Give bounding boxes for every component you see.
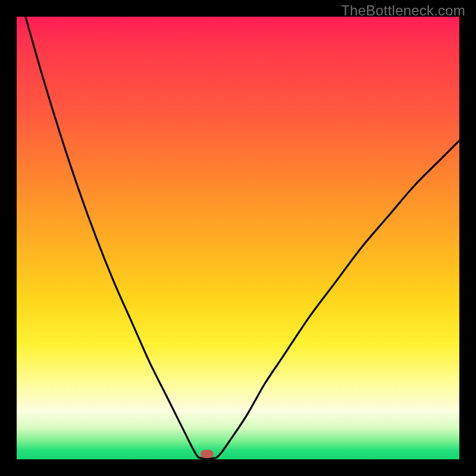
left-branch-path — [26, 17, 201, 458]
curve-layer — [17, 17, 459, 459]
watermark-text: TheBottleneck.com — [341, 2, 465, 19]
plot-area — [17, 17, 459, 459]
chart-stage: TheBottleneck.com — [0, 0, 476, 476]
right-branch-path — [216, 140, 459, 458]
optimal-point-marker — [201, 450, 214, 458]
